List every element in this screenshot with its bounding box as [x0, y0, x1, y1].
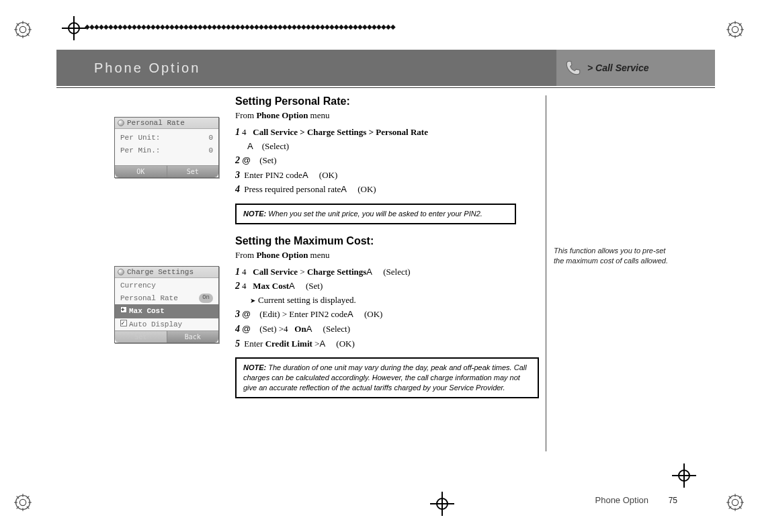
- screen-globe-icon: [118, 269, 124, 275]
- svg-point-21: [19, 499, 26, 505]
- soft-label: (Select): [383, 267, 410, 277]
- screen-item: Currency: [120, 280, 156, 292]
- page-number: 75: [669, 496, 677, 505]
- soft-label: (Select): [323, 324, 350, 334]
- screen-globe-icon: [118, 120, 124, 126]
- svg-point-31: [732, 499, 738, 505]
- screen-item-selected: Max Cost: [129, 307, 165, 315]
- step: 4@ (Set) >4 OnA (Select): [235, 322, 539, 337]
- menu-path: Call Service > Charge Settings > Persona…: [253, 127, 428, 137]
- breadcrumb: > Call Service: [556, 59, 648, 77]
- menu-path: Charge Settings: [307, 267, 366, 277]
- step: 4 Press required personal rateA (OK): [235, 182, 539, 197]
- soft-label: (OK): [336, 339, 354, 349]
- step: 3 Enter PIN2 codeA (OK): [235, 168, 539, 183]
- soft-label: (Set): [306, 281, 323, 291]
- soft-key: A: [366, 267, 372, 277]
- checkbox-icon: [120, 306, 127, 313]
- screen-row-value: 0: [208, 132, 213, 144]
- nav-key: 4: [242, 127, 247, 137]
- menu-item: On: [294, 324, 306, 334]
- soft-label: (OK): [357, 184, 376, 194]
- sep: >: [312, 339, 320, 349]
- menu-path: Call Service: [253, 267, 298, 277]
- soft-key: A: [289, 281, 295, 291]
- soft-key: @: [242, 309, 251, 319]
- step-text: > Enter PIN2 code: [280, 309, 347, 319]
- registration-mark-icon: [62, 16, 86, 40]
- screen-title: Personal Rate: [127, 119, 185, 127]
- note-label: NOTE:: [243, 210, 268, 218]
- soft-key: @: [242, 155, 251, 165]
- step-number: 3: [235, 309, 240, 319]
- soft-key: A: [341, 184, 347, 194]
- step: 2@ (Set): [235, 153, 539, 168]
- soft-label: (Set): [259, 155, 276, 165]
- step-sub: A (Select): [235, 140, 539, 153]
- corner-ornament-icon: [12, 19, 34, 40]
- checkbox-icon: [120, 320, 127, 326]
- phone-screen-charge-settings: Charge Settings Currency Personal RateOn…: [114, 266, 219, 343]
- nav-key: 4: [284, 324, 288, 334]
- step-text: Enter PIN2 code: [242, 170, 302, 180]
- soft-key: A: [347, 309, 353, 319]
- screen-title: Charge Settings: [127, 268, 194, 276]
- text-bold: Phone Option: [256, 250, 308, 260]
- footer-section: Phone Option: [595, 495, 649, 505]
- page-footer: Phone Option 75: [595, 495, 678, 505]
- step-number: 1: [235, 267, 240, 277]
- note-box: NOTE: When you set the unit price, you w…: [235, 204, 516, 224]
- text-bold: Phone Option: [256, 110, 308, 120]
- soft-key: @: [242, 324, 251, 334]
- step-sub: Current setting is displayed.: [235, 294, 539, 307]
- phone-screen-personal-rate: Personal Rate Per Unit:0 Per Min.:0 OK S…: [114, 117, 219, 178]
- text: menu: [308, 110, 329, 120]
- screen-item: Personal Rate: [120, 293, 178, 304]
- screen-row-label: Per Min.:: [120, 145, 160, 157]
- page-title: Phone Option: [94, 60, 200, 76]
- step: 14 Call Service > Charge SettingsA (Sele…: [235, 265, 539, 279]
- softkey-ok: OK: [115, 165, 167, 177]
- step-number: 3: [235, 170, 240, 180]
- screen-row-value: 0: [208, 145, 213, 157]
- main-content: Setting Personal Rate: From Phone Option…: [235, 95, 539, 409]
- soft-key: A: [306, 324, 312, 334]
- header-rule: [56, 87, 715, 88]
- soft-key: A: [247, 141, 253, 151]
- section-intro: From Phone Option menu: [235, 110, 539, 121]
- step: 5 Enter Credit Limit >A (OK): [235, 337, 539, 351]
- corner-ornament-icon: [12, 492, 34, 513]
- step-sub-text: Current setting is displayed.: [258, 295, 356, 305]
- note-label: NOTE:: [243, 363, 268, 371]
- soft-key: A: [302, 170, 308, 180]
- step-number: 4: [235, 184, 240, 194]
- phone-icon: [564, 59, 582, 77]
- registration-mark-icon: [430, 492, 454, 516]
- corner-ornament-icon: [724, 492, 746, 513]
- section-intro: From Phone Option menu: [235, 250, 539, 261]
- section-heading: Setting Personal Rate:: [235, 95, 539, 107]
- nav-key: 4: [242, 281, 247, 291]
- step-number: 4: [235, 324, 240, 334]
- steps-list: 14 Call Service > Charge Settings > Pers…: [235, 125, 539, 197]
- soft-label: (Set): [259, 324, 276, 334]
- softkey-set: Set: [167, 165, 219, 177]
- step: 3@ (Edit) > Enter PIN2 codeA (OK): [235, 307, 539, 322]
- step: 24 Max CostA (Set): [235, 279, 539, 294]
- step: 14 Call Service > Charge Settings > Pers…: [235, 125, 539, 140]
- soft-label: (Edit): [259, 309, 280, 319]
- text: From: [235, 110, 256, 120]
- margin-note: This function allows you to pre-set the …: [554, 246, 677, 266]
- sep: >: [298, 267, 307, 277]
- decorative-strip: ◆◆◆◆◆◆◆◆◆◆◆◆◆◆◆◆◆◆◆◆◆◆◆◆◆◆◆◆◆◆◆◆◆◆◆◆◆◆◆◆…: [85, 23, 401, 34]
- sep: >: [276, 324, 284, 334]
- note-text: The duration of one unit may vary during…: [243, 363, 527, 392]
- status-pill: On: [199, 294, 213, 303]
- step-number: 1: [235, 127, 240, 137]
- menu-item: Credit Limit: [265, 339, 312, 349]
- soft-label: (OK): [319, 170, 337, 180]
- breadcrumb-text: > Call Service: [587, 62, 648, 73]
- steps-list: 14 Call Service > Charge SettingsA (Sele…: [235, 265, 539, 351]
- column-divider: [546, 95, 546, 451]
- note-box: NOTE: The duration of one unit may vary …: [235, 357, 539, 398]
